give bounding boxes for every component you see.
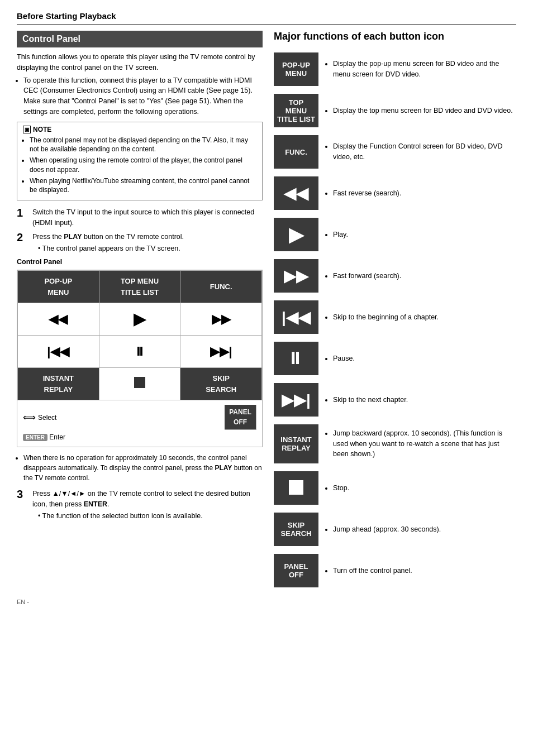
cp-instantreplay-label: INSTANTREPLAY [43,373,74,395]
cp-stop[interactable] [99,368,181,400]
btn-instant-replay[interactable]: INSTANTREPLAY [274,424,318,463]
instant-replay-label: INSTANTREPLAY [280,436,311,452]
btn-topmenu-label: TOP MENUTITLE LIST [277,98,315,123]
note-item-2: When operating using the remote control … [30,156,256,175]
btn-ff[interactable]: ▶▶ [274,259,318,293]
cp-skip-back[interactable]: |◀◀ [18,336,99,368]
intro-bullet: To operate this function, connect this p… [23,75,263,117]
btn-popup-label: POP-UPMENU [282,61,310,78]
page-title: Before Starting Playback [17,11,516,25]
cp-ff[interactable]: ▶▶ [180,303,262,336]
cp-instant-replay[interactable]: INSTANTREPLAY [18,368,99,400]
btn-func-label: FUNC. [285,148,307,156]
skip-back-icon: |◀◀ [282,308,311,327]
cp-popup-menu[interactable]: POP-UPMENU [18,271,99,303]
btn-row-func: FUNC. Display the Function Control scree… [274,135,516,169]
after-note-item: When there is no operation for approxima… [23,453,263,483]
enter-row: ENTER Enter [23,432,256,442]
intro-section: This function allows you to operate this… [17,52,263,117]
note-icon: ▣ [23,126,31,133]
panel-off-btn[interactable]: PANELOFF [225,405,256,430]
ff-icon: ▶▶ [284,267,308,285]
cp-func-label: FUNC. [210,281,232,293]
btn-skip-search-desc: Jump ahead (approx. 30 seconds). [327,524,516,535]
btn-instant-replay-desc: Jump backward (approx. 10 seconds). (Thi… [327,428,516,460]
select-label: Select [38,413,56,423]
intro-text: This function allows you to operate this… [17,52,263,73]
footer-label: EN [17,599,25,605]
btn-skip-back[interactable]: |◀◀ [274,300,318,334]
button-list: POP-UPMENU Display the pop-up menu scree… [274,52,516,587]
step-3-content: Press ▲/▼/◄/► on the TV remote control t… [32,489,263,521]
btn-stop[interactable] [274,471,318,505]
btn-topmenu-desc: Display the top menu screen for BD video… [327,106,516,116]
step-3: 3 Press ▲/▼/◄/► on the TV remote control… [17,489,263,521]
arrow-icon: ⟺ [23,411,36,424]
step-1-content: Switch the TV input to the input source … [32,207,263,228]
btn-pause[interactable]: ⏸ [274,342,318,375]
cp-func[interactable]: FUNC. [180,271,262,303]
btn-rewind[interactable]: ◀◀ [274,176,318,210]
cp-skip-search[interactable]: SKIPSEARCH [180,368,262,400]
btn-play[interactable]: ▶ [274,218,318,251]
cp-rewind[interactable]: ◀◀ [18,303,99,336]
note-box: ▣ NOTE The control panel may not be disp… [17,122,263,201]
cp-rewind-icon: ◀◀ [49,310,68,328]
control-panel-grid: POP-UPMENU TOP MENUTITLE LIST FUNC. ◀◀ ▶… [17,270,263,447]
btn-skip-search[interactable]: SKIPSEARCH [274,513,318,546]
cp-grid-inner: POP-UPMENU TOP MENUTITLE LIST FUNC. ◀◀ ▶… [17,270,262,400]
cp-skipsearch-label: SKIPSEARCH [206,373,236,395]
btn-stop-desc: Stop. [327,483,516,494]
cp-skip-fwd[interactable]: ▶▶| [180,336,262,368]
btn-row-play: ▶ Play. [274,218,516,251]
cp-pause[interactable]: ⏸ [99,336,181,368]
btn-row-skip-back: |◀◀ Skip to the beginning of a chapter. [274,300,516,334]
step-2-num: 2 [17,232,28,254]
skip-fwd-icon: ▶▶| [282,391,311,409]
cp-topmenu-label: TOP MENUTITLE LIST [121,276,159,298]
enter-badge: ENTER [23,434,47,441]
btn-play-desc: Play. [327,229,516,240]
step-2-content: Press the PLAY button on the TV remote c… [32,232,263,254]
btn-top-menu[interactable]: TOP MENUTITLE LIST [274,94,318,127]
cp-top-menu[interactable]: TOP MENUTITLE LIST [99,271,181,303]
note-item-3: When playing Netflix/YouTube streaming c… [30,176,256,195]
btn-rewind-desc: Fast reverse (search). [327,188,516,199]
btn-func[interactable]: FUNC. [274,135,318,169]
note-label: NOTE [33,126,51,133]
cp-ff-icon: ▶▶ [212,310,231,328]
cp-stop-icon [134,377,145,391]
cp-pause-icon: ⏸ [134,342,146,361]
control-panel-heading: Control Panel [17,31,263,47]
btn-popup-desc: Display the pop-up menu screen for BD vi… [327,59,516,80]
btn-row-skip-search: SKIPSEARCH Jump ahead (approx. 30 second… [274,513,516,546]
btn-row-rewind: ◀◀ Fast reverse (search). [274,176,516,210]
skip-search-label: SKIPSEARCH [281,521,312,538]
step-1-text: Switch the TV input to the input source … [32,208,254,227]
btn-row-popup: POP-UPMENU Display the pop-up menu scree… [274,52,516,86]
btn-skip-fwd-desc: Skip to the next chapter. [327,395,516,405]
right-column: Major functions of each button icon POP-… [274,31,516,587]
btn-panel-off[interactable]: PANELOFF [274,554,318,587]
btn-row-ff: ▶▶ Fast forward (search). [274,259,516,293]
cp-play-icon: ▶ [134,308,146,331]
btn-func-desc: Display the Function Control screen for … [327,141,516,162]
btn-skip-fwd[interactable]: ▶▶| [274,383,318,417]
btn-row-stop: Stop. [274,471,516,505]
cp-skipback-icon: |◀◀ [47,342,69,361]
left-column: Control Panel This function allows you t… [17,31,263,587]
rewind-icon: ◀◀ [284,184,308,203]
play-icon: ▶ [289,223,303,246]
step-3-num: 3 [17,489,28,521]
note-item-1: The control panel may not be displayed d… [30,136,256,155]
btn-pause-desc: Pause. [327,353,516,364]
panel-off-label: PANELOFF [229,407,251,427]
cp-play[interactable]: ▶ [99,303,181,336]
step-2: 2 Press the PLAY button on the TV remote… [17,232,263,254]
btn-popup-menu[interactable]: POP-UPMENU [274,52,318,86]
btn-skip-back-desc: Skip to the beginning of a chapter. [327,312,516,323]
cp-bottom-row: ⟺ Select PANELOFF ENTER Enter [17,400,262,447]
after-grid-note: When there is no operation for approxima… [17,453,263,483]
btn-ff-desc: Fast forward (search). [327,271,516,281]
enter-label: Enter [49,433,65,441]
